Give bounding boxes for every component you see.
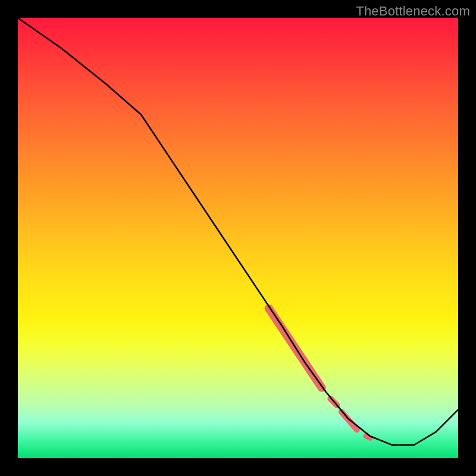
curve-svg: [18, 18, 458, 458]
highlight-short-1: [342, 412, 357, 430]
plot-area: [18, 18, 458, 458]
chart-container: TheBottleneck.com: [0, 0, 476, 476]
main-curve: [18, 18, 458, 445]
watermark-text: TheBottleneck.com: [356, 4, 470, 19]
